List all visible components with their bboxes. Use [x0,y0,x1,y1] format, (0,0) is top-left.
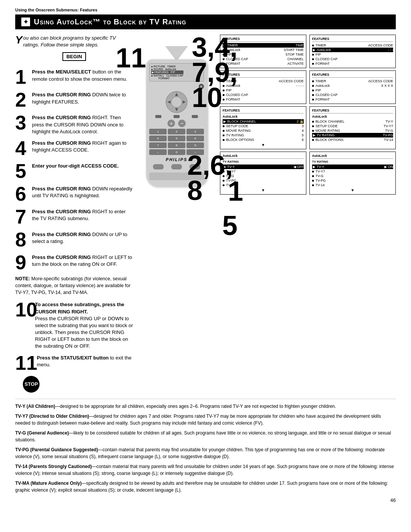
screen-3-1-arrow: ▼ [223,143,304,147]
arrow-indicator [165,46,188,61]
middle-column: 3,4,7,9,10 2,6,8 11 1 5 [139,35,215,393]
screen-4-2-tvy: ▶TV-Y ▶ ON [312,165,393,169]
note-text: NOTE: More-specific subratings (for viol… [15,275,133,296]
step-7: 7 Press the CURSOR RING RIGHT to enter t… [15,207,133,227]
bottom-btn-2[interactable] [171,164,182,169]
plus-btn[interactable]: + [167,120,175,127]
screen-3-1-item-tvr: TV RATING 5 [223,133,304,137]
plus-minus-row: + − [149,120,204,127]
bottom-btn-1[interactable] [153,164,164,169]
screen-3-2-title: FEATURES [312,109,393,113]
screen-3-1-item-bc: ▶BLOCK CHANNEL 2 🔒 [223,119,304,124]
screen-2-2-item-format: FORMAT [312,97,393,102]
step-9-text: Press the CURSOR RING RIGHT or LEFT to t… [32,252,133,268]
page-title: Using AutoLock™ to Block by TV Rating [34,18,186,26]
rating-tvy7: TV-Y7 (Directed to Older Children)—desig… [15,413,396,427]
screen-1-2-item-cc: CLOSED CAP [312,57,393,61]
step-7-text: Press the CURSOR RING RIGHT to enter the… [32,207,133,222]
title-icon: ✦ [21,18,30,26]
step-number-3: 3 [15,113,30,133]
screens-row1: FEATURES ▶TIMER TIME AutoLock START TIME… [220,35,396,68]
screen-2-2-item-timer: TIMER ACCESS CODE [312,79,393,83]
stop-icon: STOP [23,376,40,393]
screen-3-1-item-sc: SETUP CODE 3 [223,124,304,128]
btn-left[interactable] [155,115,161,118]
screen-1-2-item-format: FORMAT [312,61,393,66]
step-number-8: 8 [15,230,30,249]
screen-4-2-arrow: ▼ [312,188,393,192]
rating-tv14: TV-14 (Parents Strongly Cautioned)—conta… [15,463,396,477]
screen-1-2-item-autolock: ▶AutoLock - - - [312,48,393,52]
screen-4-2-subtitle: TV RATING [312,160,393,163]
intro-body: ou also can block programs by specific T… [23,35,116,48]
screen-2-2-title: FEATURES [312,73,393,78]
rating-tvy: TV-Y (All Children)—designed to be appro… [15,403,396,410]
section-label: Using the Onscreen Submenus: Features [15,8,396,12]
step-10: 10 To access these subratings, press the… [15,300,133,350]
screen-3-1: FEATURES AutoLock ▶BLOCK CHANNEL 2 🔒 SET… [220,106,306,149]
num-2[interactable]: 2 [168,129,185,134]
num-5[interactable]: 5 [168,136,185,141]
screen-3-1-item-mr: MOVIE RATING 4 [223,128,304,133]
screen-2-2-item-pip: PIP [312,88,393,93]
rating-tvpg: TV-PG (Parental Guidance Suggested)—cont… [15,446,396,460]
screens-row3: FEATURES AutoLock ▶BLOCK CHANNEL 2 🔒 SET… [220,106,396,149]
screen-1-2-item-timer: TIMER ACCESS CODE [312,43,393,48]
screen-2-2-item-autolock: AutoLock X X X X [312,83,393,88]
num-1[interactable]: 1 [149,129,167,134]
screen-3-2: FEATURES AutoLock BLOCK CHANNEL TV-Y SET… [309,106,396,149]
big-numbers-group2: 2,6,8 [187,153,233,203]
screens-row2: FEATURES TIMER ACCESS CODE AutoLock - - … [220,70,396,104]
step-number-6: 6 [15,184,30,204]
num-0[interactable]: 0 [168,149,185,155]
num-7[interactable]: 7 [149,142,167,148]
btn-right[interactable] [192,115,198,118]
screen-4-1-tvy: ▶TV-Y ◀ OFF [223,165,304,169]
screen-1-2: FEATURES TIMER ACCESS CODE ▶AutoLock - -… [309,35,396,68]
cursor-ring[interactable] [165,91,188,113]
screen-4-1-tvy7: TV-Y7 [223,169,304,174]
step-4: 4 Press the CURSOR RING RIGHT again to h… [15,138,133,158]
left-column: Y ou also can block programs by specific… [15,35,133,393]
screen-4-1-title: AutoLock [223,154,304,159]
big-numbers-group1: 3,4,7,9,10 [192,35,237,110]
big-number-5: 5 [222,210,237,241]
step-11: 11 Press the STATUS/EXIT button to exit … [15,353,133,373]
num-4[interactable]: 4 [149,136,167,141]
step-5: 5 Enter your four-digit ACCESS CODE. [15,161,133,181]
screen-3-2-item-sc: SETUP CODE TV-Y7 [312,124,393,128]
stop-box: STOP [15,376,133,393]
step-number-2: 2 [15,90,30,110]
screen-3-2-item-mr: MOVIE RATING TV-G [312,128,393,133]
num-9[interactable]: 9 [186,142,204,148]
step-number-1: 1 [15,67,30,87]
step-6: 6 Press the CURSOR RING DOWN repeatedly … [15,184,133,204]
screen-3-2-subtitle: AutoLock [312,115,393,118]
num-8[interactable]: 8 [168,142,185,148]
num-star[interactable]: – [149,149,167,155]
ratings-descriptions: TV-Y (All Children)—designed to be appro… [15,399,396,494]
screen-4-2-tvg: TV-G [312,174,393,178]
step-9: 9 Press the CURSOR RING RIGHT or LEFT to… [15,252,133,272]
step-number-11: 11 [15,353,35,373]
screen-2-2: FEATURES TIMER ACCESS CODE AutoLock X X … [309,70,396,104]
screen-4-2-tvpg: TV-PG [312,178,393,183]
step-3-text: Press the CURSOR RING RIGHT. Then press … [32,113,133,135]
screen-1-2-title: FEATURES [312,37,393,42]
right-column: FEATURES ▶TIMER TIME AutoLock START TIME… [220,35,396,393]
num-6[interactable]: 6 [186,136,204,141]
step-4-text: Press the CURSOR RING RIGHT again to hig… [32,138,133,153]
num-3[interactable]: 3 [186,129,204,134]
step-2: 2 Press the CURSOR RING DOWN twice to hi… [15,90,133,110]
rating-tvma: TV-MA (Mature Audience Only)—specificall… [15,480,396,494]
minus-btn[interactable]: − [178,120,186,127]
step-number-9: 9 [15,252,30,272]
small-button-row [149,115,204,118]
screen-3-2-item-bo: BLOCK OPTIONS TV-14 [312,137,393,142]
btn-mid[interactable] [174,115,180,118]
screen-3-1-subtitle: AutoLock [223,115,304,118]
screen-4-2-title: AutoLock [312,154,393,159]
svg-point-1 [171,97,182,107]
screen-3-1-item-bo: BLOCK OPTIONS 6 [223,137,304,142]
step-3: 3 Press the CURSOR RING RIGHT. Then pres… [15,113,133,135]
